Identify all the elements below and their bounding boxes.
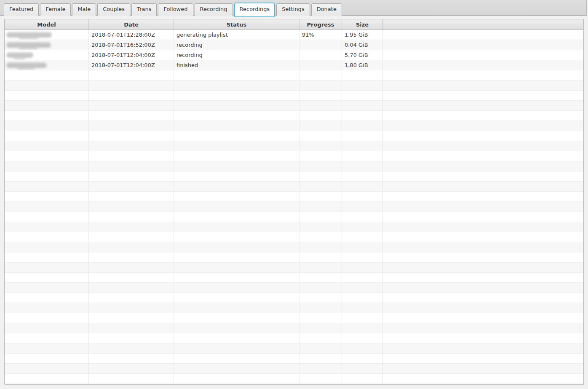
cell-status: recording [174,40,299,50]
tab-couples[interactable]: Couples [97,3,130,16]
tab-male[interactable]: Male [72,3,96,16]
table-row-empty[interactable] [5,111,583,121]
tab-donate[interactable]: Donate [311,3,342,16]
tab-settings[interactable]: Settings [276,3,310,16]
table-row-empty[interactable] [5,80,583,91]
tab-recordings[interactable]: Recordings [234,3,275,17]
cell-size [342,141,383,151]
cell-progress [299,293,342,303]
table-row-empty[interactable] [5,333,583,343]
tab-recording[interactable]: Recording [195,3,233,16]
cell-status [174,222,299,232]
cell-status [174,91,299,101]
cell-progress [299,40,342,50]
table-row-empty[interactable] [5,151,583,161]
cell-model [5,323,89,333]
table-row-empty[interactable] [5,202,583,212]
tab-female[interactable]: Female [40,3,71,16]
cell-date: 2018-07-01T12:04:00Z [89,60,174,70]
table-row-empty[interactable] [5,354,583,364]
table-row-empty[interactable] [5,172,583,182]
model-name-redacted [6,32,52,38]
cell-date: 2018-07-01T12:04:00Z [89,50,174,60]
cell-filler [383,222,583,232]
cell-filler [383,242,583,252]
table-row-empty[interactable] [5,303,583,313]
cell-size [342,212,383,222]
table-row-empty[interactable] [5,263,583,273]
cell-size [342,313,383,323]
cell-progress [299,263,342,273]
column-header-model[interactable]: Model [5,19,89,30]
table-row-empty[interactable] [5,192,583,202]
cell-filler [383,303,583,313]
table-row-empty[interactable] [5,252,583,263]
table-row-empty[interactable] [5,101,583,111]
cell-progress [299,202,342,212]
table-row-empty[interactable] [5,222,583,232]
table-row-empty[interactable] [5,293,583,303]
cell-date [89,202,174,212]
cell-model [5,80,89,91]
cell-status [174,131,299,141]
cell-size [342,333,383,343]
table-row-empty[interactable] [5,323,583,333]
cell-date [89,131,174,141]
table-row-empty[interactable] [5,182,583,192]
table-row-empty[interactable] [5,161,583,172]
tab-followed[interactable]: Followed [158,3,193,16]
column-header-size[interactable]: Size [342,19,383,30]
cell-filler [383,60,583,70]
cell-status [174,354,299,364]
cell-model [5,364,89,374]
table-row[interactable]: 2018-07-01T12:28:00Zgenerating playlist9… [5,30,583,40]
table-row-empty[interactable] [5,141,583,151]
cell-size: 1,80 GiB [342,60,383,70]
table-row-empty[interactable] [5,313,583,323]
cell-model [5,374,89,384]
column-header-filler[interactable] [383,19,583,30]
cell-model [5,192,89,202]
table-row-empty[interactable] [5,91,583,101]
cell-progress [299,50,342,60]
table-row-empty[interactable] [5,364,583,374]
table-row-empty[interactable] [5,283,583,293]
table-row-empty[interactable] [5,374,583,384]
table-row[interactable]: 2018-07-01T12:04:00Zrecording5,70 GiB [5,50,583,60]
model-name-redacted [6,62,47,68]
cell-date [89,80,174,91]
cell-filler [383,374,583,384]
cell-date [89,263,174,273]
table-row[interactable]: 2018-07-01T12:04:00Zfinished1,80 GiB [5,60,583,70]
tab-bar: FeaturedFemaleMaleCouplesTransFollowedRe… [0,0,587,16]
table-row-empty[interactable] [5,212,583,222]
cell-progress [299,354,342,364]
cell-filler [383,151,583,161]
table-row-empty[interactable] [5,273,583,283]
table-row[interactable]: 2018-07-01T16:52:00Zrecording0,04 GiB [5,40,583,50]
cell-date [89,242,174,252]
cell-model [5,121,89,131]
cell-model [5,111,89,121]
table-row-empty[interactable] [5,70,583,80]
cell-status [174,313,299,323]
cell-filler [383,101,583,111]
cell-filler [383,283,583,293]
column-header-status[interactable]: Status [174,19,299,30]
table-row-empty[interactable] [5,121,583,131]
table-row-empty[interactable] [5,242,583,252]
cell-status [174,333,299,343]
cell-filler [383,364,583,374]
cell-model [5,212,89,222]
column-header-progress[interactable]: Progress [299,19,342,30]
cell-model [5,293,89,303]
tab-featured[interactable]: Featured [4,3,39,16]
table-row-empty[interactable] [5,232,583,242]
cell-filler [383,343,583,354]
column-header-date[interactable]: Date [89,19,174,30]
table-row-empty[interactable] [5,343,583,354]
cell-model [5,263,89,273]
cell-filler [383,30,583,40]
tab-trans[interactable]: Trans [131,3,157,16]
table-row-empty[interactable] [5,131,583,141]
